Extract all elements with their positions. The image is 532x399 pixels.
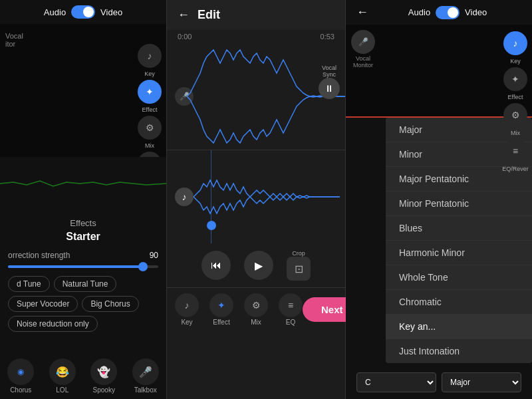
bottom-icon-item-0[interactable]: ◉ Chorus bbox=[7, 358, 34, 394]
vocal-area: Vocalitor ♪ Key ✦ Effect ⚙ Mix ≡ EQ/Reve… bbox=[0, 24, 166, 157]
chorus-label: Chorus bbox=[10, 386, 31, 394]
dropdown-harmonic-minor[interactable]: Harmonic Minor bbox=[386, 241, 532, 265]
audio-label: Audio bbox=[44, 7, 66, 17]
timeline: 0:00 0:53 bbox=[167, 30, 345, 43]
effect-label: Effect bbox=[142, 106, 158, 113]
effect-tags: d Tune Natural Tune Super Vocoder Big Ch… bbox=[8, 276, 158, 332]
bottom-icon-circle-3: 🎤 bbox=[132, 358, 159, 385]
tag-dtune[interactable]: d Tune bbox=[8, 276, 50, 292]
waveform-area-left bbox=[0, 157, 166, 210]
bottom-bar-controls: ♪ Key ✦ Effect ⚙ Mix ≡ EQ bbox=[175, 293, 303, 326]
right-effect-label: Effect bbox=[508, 94, 523, 100]
right-eq-button[interactable]: ≡ bbox=[503, 139, 527, 163]
mix-button[interactable]: ⚙ bbox=[138, 116, 162, 140]
edit-title: Edit bbox=[198, 8, 220, 22]
dropdown-key-and[interactable]: Key an... bbox=[386, 315, 532, 339]
effect-button[interactable]: ✦ bbox=[138, 80, 162, 104]
video-label: Video bbox=[100, 7, 122, 17]
slider-thumb[interactable] bbox=[138, 262, 148, 271]
vocal-sync-control: VocalSync ⏸ bbox=[319, 65, 340, 99]
time-start: 0:00 bbox=[178, 33, 192, 41]
right-audio-label: Audio bbox=[408, 7, 430, 17]
right-vocal-monitor-label: VocalMonitor bbox=[353, 55, 373, 68]
bottom-icons-left: ◉ Chorus 😂 LOL 👻 Spooky 🎤 Talkbox bbox=[0, 353, 166, 399]
slider-fill bbox=[8, 265, 143, 268]
time-end: 0:53 bbox=[321, 33, 334, 41]
lol-label: LOL bbox=[56, 386, 68, 394]
tag-big-chorus[interactable]: Big Chorus bbox=[82, 296, 138, 312]
dropdown-minor-pentatonic[interactable]: Minor Pentatonic bbox=[386, 192, 532, 216]
audio-video-toggle[interactable] bbox=[71, 5, 95, 19]
skip-back-button[interactable]: ⏮ bbox=[201, 251, 231, 280]
bottom-icon-item-3[interactable]: 🎤 Talkbox bbox=[132, 358, 159, 394]
bar-key-circle: ♪ bbox=[175, 293, 199, 317]
waveform-secondary: ♪ bbox=[167, 150, 345, 243]
key-selector-row: C D E F G A B Major Minor bbox=[346, 366, 532, 399]
left-topbar: Audio Video bbox=[0, 0, 166, 24]
right-key-button[interactable]: ♪ bbox=[503, 31, 527, 55]
bar-eq-button[interactable]: ≡ EQ bbox=[279, 293, 303, 326]
bar-eq-circle: ≡ bbox=[279, 293, 303, 317]
key-label: Key bbox=[144, 70, 155, 77]
crop-label: Crop bbox=[292, 250, 305, 257]
key-button[interactable]: ♪ bbox=[138, 44, 162, 68]
bar-effect-label: Effect bbox=[213, 319, 229, 326]
dropdown-blues[interactable]: Blues bbox=[386, 216, 532, 241]
play-button[interactable]: ▶ bbox=[244, 251, 273, 280]
transport-bar: ⏮ ▶ Crop ⊡ bbox=[167, 243, 345, 287]
right-eq-label: EQ/Rever bbox=[502, 166, 529, 172]
right-vocal-monitor: 🎤 bbox=[351, 30, 375, 54]
right-mix-label: Mix bbox=[511, 130, 520, 136]
bar-key-button[interactable]: ♪ Key bbox=[175, 293, 199, 326]
dropdown-chromatic[interactable]: Chromatic bbox=[386, 290, 532, 315]
slider-label: orrection strength bbox=[8, 251, 70, 260]
crop-wrap: Crop ⊡ bbox=[287, 250, 311, 281]
left-panel: Audio Video Vocalitor ♪ Key ✦ Effect ⚙ M… bbox=[0, 0, 166, 399]
key-select[interactable]: C D E F G A B bbox=[356, 372, 436, 392]
scale-select[interactable]: Major Minor bbox=[442, 372, 521, 392]
center-panel: ← Edit 0:00 0:53 🎤 VocalSync ⏸ ♪ bbox=[166, 0, 346, 399]
talkbox-label: Talkbox bbox=[134, 386, 157, 394]
vocal-monitor-label: Vocalitor bbox=[5, 32, 23, 48]
bar-mix-circle: ⚙ bbox=[244, 293, 268, 317]
right-topbar: ← Audio Video bbox=[346, 0, 532, 25]
crop-button[interactable]: ⊡ bbox=[287, 257, 311, 281]
dropdown-just-intonation[interactable]: Just Intonation bbox=[386, 339, 532, 363]
bar-mix-button[interactable]: ⚙ Mix bbox=[244, 293, 268, 326]
starter-title: Starter bbox=[8, 231, 158, 243]
right-audio-video-toggle[interactable] bbox=[436, 6, 460, 19]
bottom-bar: ♪ Key ✦ Effect ⚙ Mix ≡ EQ bbox=[167, 287, 345, 331]
right-effect-button[interactable]: ✦ bbox=[503, 67, 527, 91]
bar-mix-label: Mix bbox=[251, 319, 261, 326]
tag-noise-reduction[interactable]: Noise reduction only bbox=[8, 316, 98, 332]
effects-title: Effects bbox=[8, 218, 158, 228]
effects-section: Effects Starter orrection strength 90 d … bbox=[0, 210, 166, 348]
bottom-icon-circle-0: ◉ bbox=[7, 358, 34, 385]
right-video-label: Video bbox=[465, 7, 487, 17]
right-back-button[interactable]: ← bbox=[356, 5, 368, 19]
spooky-label: Spooky bbox=[93, 386, 115, 394]
right-key-label: Key bbox=[510, 58, 521, 65]
vocal-sync-button[interactable]: ⏸ bbox=[319, 78, 340, 99]
mix-label: Mix bbox=[145, 142, 154, 149]
dropdown-whole-tone[interactable]: Whole Tone bbox=[386, 265, 532, 290]
bottom-icon-circle-2: 👻 bbox=[90, 358, 117, 385]
waveform-main: 🎤 VocalSync ⏸ bbox=[167, 43, 345, 150]
vocal-sync-label: VocalSync bbox=[322, 65, 336, 78]
back-button[interactable]: ← bbox=[178, 8, 190, 22]
right-panel: ← Audio Video 🎤 VocalMonitor ♪ Key ✦ Eff… bbox=[346, 0, 532, 399]
playback-position[interactable] bbox=[207, 221, 216, 230]
correction-slider[interactable] bbox=[8, 265, 158, 268]
bar-effect-button[interactable]: ✦ Effect bbox=[209, 293, 233, 326]
bottom-icon-item-1[interactable]: 😂 LOL bbox=[49, 358, 76, 394]
tag-natural-tune[interactable]: Natural Tune bbox=[54, 276, 117, 292]
bar-effect-circle: ✦ bbox=[209, 293, 233, 317]
bottom-icon-item-2[interactable]: 👻 Spooky bbox=[90, 358, 117, 394]
tag-super-vocoder[interactable]: Super Vocoder bbox=[8, 296, 78, 312]
right-right-controls: ♪ Key ✦ Effect ⚙ Mix ≡ EQ/Rever bbox=[499, 31, 532, 172]
bottom-icon-circle-1: 😂 bbox=[49, 358, 76, 385]
music-note-button[interactable]: ♪ bbox=[175, 188, 194, 206]
bar-eq-label: EQ bbox=[286, 319, 295, 326]
edit-header: ← Edit bbox=[167, 0, 345, 30]
right-mix-button[interactable]: ⚙ bbox=[503, 103, 527, 127]
